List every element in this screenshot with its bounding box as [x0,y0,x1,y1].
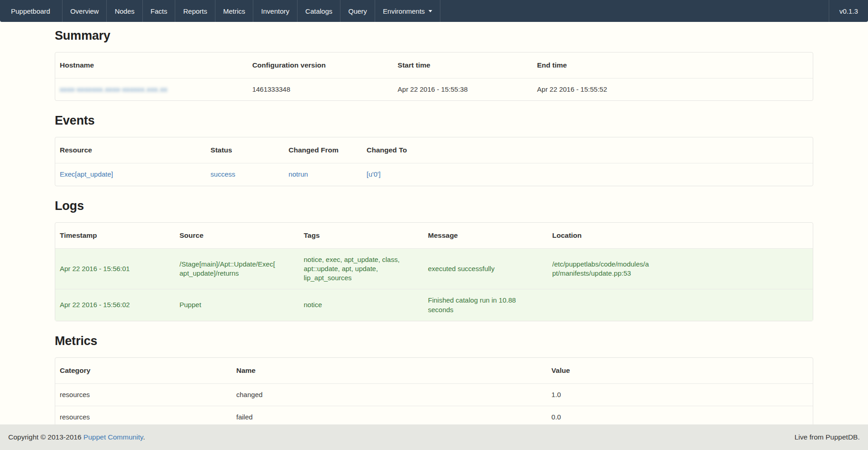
config-version-value: 1461333348 [248,78,393,100]
metrics-col-category: Category [55,358,232,383]
log-tags: notice [299,289,424,321]
logs-table: Timestamp Source Tags Message Location A… [55,222,813,321]
summary-row: xxxx-xxxxxxx.xxxx-xxxxxx.xxx.xx 14613333… [55,78,813,100]
main-content: Summary Hostname Configuration version S… [0,29,868,450]
metrics-heading: Metrics [55,334,813,348]
nav-item-catalogs[interactable]: Catalogs [298,0,340,22]
log-row: Apr 22 2016 - 15:56:01 /Stage[main]/Apt:… [55,248,813,289]
chevron-down-icon [429,10,432,12]
log-row: Apr 22 2016 - 15:56:02 Puppet notice Fin… [55,289,813,321]
logs-col-timestamp: Timestamp [55,223,175,248]
event-changed-from-link[interactable]: notrun [288,170,308,178]
puppet-community-link[interactable]: Puppet Community [84,433,143,441]
end-time-value: Apr 22 2016 - 15:55:52 [533,78,813,100]
metric-value: 1.0 [547,383,813,406]
log-source: /Stage[main]/Apt::Update/Exec[apt_update… [179,260,277,278]
nav-item-facts[interactable]: Facts [143,0,176,22]
events-heading: Events [55,114,813,128]
events-col-changed-from: Changed From [284,137,362,163]
events-col-status: Status [206,137,284,163]
summary-header-row: Hostname Configuration version Start tim… [55,52,813,78]
footer-puppetdb-status: Live from PuppetDB. [795,433,860,441]
event-row: Exec[apt_update] success notrun [u'0'] [55,163,813,185]
nav-item-overview[interactable]: Overview [63,0,107,22]
summary-col-config-version: Configuration version [248,52,393,78]
logs-col-message: Message [424,223,548,248]
event-status-link[interactable]: success [210,170,235,178]
events-header-row: Resource Status Changed From Changed To [55,137,813,163]
log-location: /etc/puppetlabs/code/modules/apt/manifes… [552,260,650,278]
nav-item-query[interactable]: Query [340,0,375,22]
logs-header-row: Timestamp Source Tags Message Location [55,223,813,248]
logs-col-tags: Tags [299,223,424,248]
footer-copyright: Copyright © 2013-2016 Puppet Community. [8,433,145,441]
nav-environments-label: Environments [383,7,425,15]
nav-item-nodes[interactable]: Nodes [107,0,142,22]
hostname-link[interactable]: xxxx-xxxxxxx.xxxx-xxxxxx.xxx.xx [60,85,167,93]
logs-heading: Logs [55,199,813,213]
logs-col-source: Source [175,223,299,248]
metrics-header-row: Category Name Value [55,358,813,383]
events-table: Resource Status Changed From Changed To … [55,137,813,186]
navbar-spacer [440,0,829,22]
log-location [548,289,813,321]
nav-environments-dropdown[interactable]: Environments [375,0,440,22]
logs-col-location: Location [548,223,813,248]
summary-col-start-time: Start time [393,52,532,78]
log-timestamp: Apr 22 2016 - 15:56:01 [55,248,175,289]
footer-copyright-text: Copyright © 2013-2016 [8,433,84,441]
log-message: executed successfully [424,248,548,289]
summary-col-end-time: End time [533,52,813,78]
summary-table: Hostname Configuration version Start tim… [55,52,813,101]
log-timestamp: Apr 22 2016 - 15:56:02 [55,289,175,321]
metric-row: resources changed 1.0 [55,383,813,406]
metrics-col-name: Name [232,358,547,383]
summary-heading: Summary [55,29,813,43]
log-source: Puppet [175,289,299,321]
nav-item-metrics[interactable]: Metrics [215,0,253,22]
events-col-resource: Resource [55,137,206,163]
nav-item-reports[interactable]: Reports [175,0,215,22]
metric-category: resources [55,383,232,406]
metric-name: changed [232,383,547,406]
events-col-changed-to: Changed To [362,137,813,163]
log-message: Finished catalog run in 10.88 seconds [424,289,548,321]
metrics-col-value: Value [547,358,813,383]
navbar: Puppetboard Overview Nodes Facts Reports… [0,0,868,22]
nav-item-inventory[interactable]: Inventory [253,0,298,22]
footer-copyright-period: . [143,433,145,441]
log-tags: notice, exec, apt_update, class, apt::up… [299,248,424,289]
navbar-brand[interactable]: Puppetboard [0,0,63,22]
summary-col-hostname: Hostname [55,52,248,78]
footer: Copyright © 2013-2016 Puppet Community. … [0,424,868,450]
navbar-version: v0.1.3 [829,0,868,22]
event-changed-to-link[interactable]: [u'0'] [366,170,381,178]
event-resource-link[interactable]: Exec[apt_update] [60,170,113,178]
start-time-value: Apr 22 2016 - 15:55:38 [393,78,532,100]
